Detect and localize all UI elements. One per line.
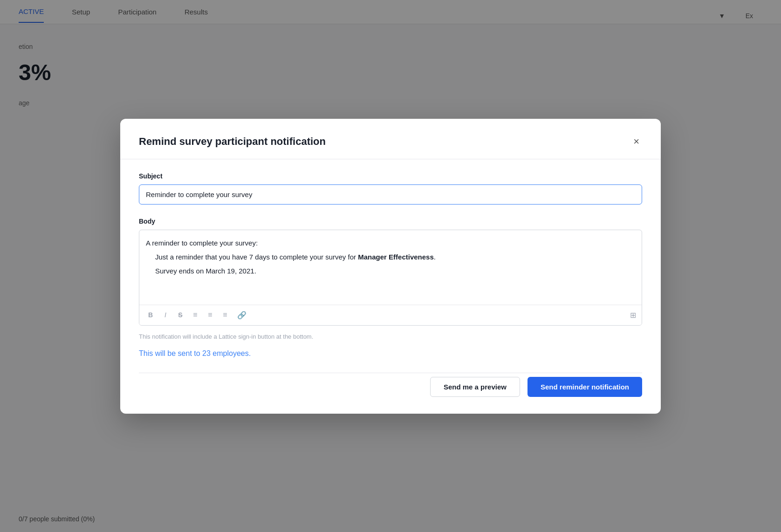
italic-button[interactable]: I [160, 309, 171, 321]
body-line3: Survey ends on March 19, 2021. [146, 266, 635, 277]
body-line2: Just a reminder that you have 7 days to … [146, 252, 635, 263]
notification-hint: This notification will include a Lattice… [139, 333, 642, 340]
unordered-list-button[interactable]: ≡ [205, 309, 216, 321]
modal-overlay: Remind survey participant notification ×… [0, 0, 781, 532]
body-editor[interactable]: A reminder to complete your survey: Just… [139, 230, 642, 326]
subject-input[interactable] [139, 184, 642, 205]
body-text-area[interactable]: A reminder to complete your survey: Just… [139, 230, 642, 305]
strikethrough-button[interactable]: S [175, 309, 186, 321]
ordered-list-button[interactable]: ≡ [190, 309, 201, 321]
body-line2-bold: Manager Effectiveness [358, 253, 434, 261]
subject-label: Subject [139, 172, 642, 180]
body-label: Body [139, 218, 642, 225]
header-divider [120, 159, 661, 159]
modal-title: Remind survey participant notification [139, 136, 326, 148]
resize-icon: ⊞ [630, 311, 636, 320]
close-button[interactable]: × [630, 136, 642, 148]
send-preview-button[interactable]: Send me a preview [430, 377, 520, 397]
send-reminder-button[interactable]: Send reminder notification [528, 377, 642, 397]
link-button[interactable]: 🔗 [234, 309, 249, 321]
bold-button[interactable]: B [145, 309, 156, 321]
indent-button[interactable]: ≡ [219, 309, 231, 321]
modal-footer: Send me a preview Send reminder notifica… [139, 373, 642, 397]
body-line2-prefix: Just a reminder that you have 7 days to … [155, 253, 358, 261]
reminder-notification-modal: Remind survey participant notification ×… [120, 119, 661, 414]
body-section: Body A reminder to complete your survey:… [139, 218, 642, 326]
body-line1: A reminder to complete your survey: [146, 238, 635, 249]
modal-header: Remind survey participant notification × [139, 136, 642, 148]
body-line2-suffix: . [434, 253, 436, 261]
editor-toolbar: B I S ≡ ≡ ≡ 🔗 ⊞ [139, 305, 642, 325]
employee-count: This will be sent to 23 employees. [139, 349, 642, 358]
